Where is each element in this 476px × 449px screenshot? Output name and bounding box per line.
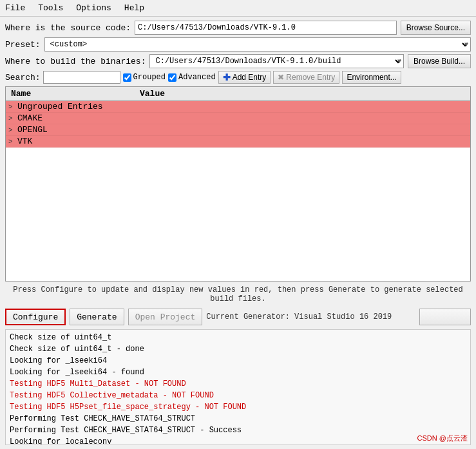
status-text: Press Configure to update and display ne… (5, 284, 471, 305)
preset-row: Preset: <custom> ▼ (5, 37, 471, 52)
browse-source-button[interactable]: Browse Source... (401, 21, 471, 35)
preset-select[interactable]: <custom> (44, 37, 471, 52)
remove-entry-button[interactable]: ✖ Remove Entry (273, 71, 339, 84)
build-select[interactable]: C:/Users/47513/Downloads/VTK-9.1.0/build (149, 54, 404, 68)
table-header: Name Value (6, 87, 470, 101)
table-row[interactable]: > CMAKE (6, 113, 470, 124)
advanced-label: Advanced (178, 73, 216, 82)
menubar: File Tools Options Help (0, 0, 476, 17)
log-line: Testing HDF5 H5Pset_file_space_strategy … (10, 401, 466, 413)
log-line: Check size of uint64_t - done (10, 343, 466, 355)
extra-button[interactable] (419, 309, 471, 325)
col-name-header: Name (8, 88, 137, 99)
advanced-checkbox-label[interactable]: Advanced (168, 73, 216, 82)
row-name: VTK (17, 137, 140, 146)
expand-icon[interactable]: > (8, 103, 17, 111)
preset-label: Preset: (5, 40, 41, 50)
build-label: Where to build the binaries: (5, 57, 146, 66)
configure-button[interactable]: Configure (5, 309, 66, 325)
remove-entry-label: Remove Entry (286, 73, 335, 82)
log-line: Performing Test CHECK_HAVE_STAT64_STRUCT… (10, 425, 466, 436)
expand-icon[interactable]: > (8, 115, 17, 122)
toolbar-row: Search: Grouped Advanced ✚ Add Entry ✖ R… (5, 71, 471, 84)
menu-options[interactable]: Options (73, 2, 114, 14)
table-row[interactable]: > VTK (6, 136, 470, 148)
build-select-wrapper: C:/Users/47513/Downloads/VTK-9.1.0/build… (149, 54, 404, 68)
search-label: Search: (5, 73, 41, 82)
source-row: Where is the source code: Browse Source.… (5, 21, 471, 35)
log-line: Looking for _lseeki64 (10, 355, 466, 367)
build-row: Where to build the binaries: C:/Users/47… (5, 54, 471, 68)
times-icon: ✖ (278, 73, 284, 82)
log-line: Looking for localeconv (10, 436, 466, 445)
generate-button[interactable]: Generate (70, 309, 124, 325)
add-entry-label: Add Entry (233, 73, 267, 82)
log-line: Looking for _lseeki64 - found (10, 367, 466, 378)
expand-icon[interactable]: > (8, 126, 17, 134)
menu-file[interactable]: File (3, 2, 28, 14)
menu-tools[interactable]: Tools (35, 2, 66, 14)
log-area: Check size of uint64_tCheck size of uint… (5, 329, 471, 445)
col-value-header: Value (137, 88, 468, 99)
row-name: OPENGL (17, 125, 140, 135)
add-entry-button[interactable]: ✚ Add Entry (218, 71, 271, 84)
expand-icon[interactable]: > (8, 138, 17, 146)
log-line: Check size of uint64_t (10, 332, 466, 343)
environment-button[interactable]: Environment... (342, 71, 401, 84)
row-name: CMAKE (17, 113, 140, 123)
log-line: Testing HDF5 Collective_metadata - NOT F… (10, 390, 466, 401)
browse-build-button[interactable]: Browse Build... (408, 54, 471, 68)
log-line: Performing Test CHECK_HAVE_STAT64_STRUCT (10, 413, 466, 425)
table-area: Name Value > Ungrouped Entries > CMAKE >… (5, 86, 471, 282)
grouped-label: Grouped (133, 73, 166, 82)
plus-icon: ✚ (223, 72, 231, 82)
grouped-checkbox[interactable] (123, 73, 131, 82)
table-row[interactable]: > OPENGL (6, 124, 470, 136)
table-row[interactable]: > Ungrouped Entries (6, 101, 470, 113)
generator-text: Current Generator: Visual Studio 16 2019 (206, 312, 392, 321)
search-input[interactable] (43, 71, 120, 84)
menu-help[interactable]: Help (122, 2, 147, 14)
row-name: Ungrouped Entries (17, 102, 140, 111)
preset-select-wrapper: <custom> ▼ (44, 37, 471, 52)
open-project-button[interactable]: Open Project (128, 309, 203, 325)
log-body: Check size of uint64_tCheck size of uint… (10, 332, 466, 445)
watermark: CSDN @点云渣 (417, 434, 468, 443)
bottom-buttons: Configure Generate Open Project Current … (5, 307, 471, 327)
main-content: Where is the source code: Browse Source.… (0, 17, 476, 449)
source-input[interactable] (135, 21, 397, 35)
log-line: Testing HDF5 Multi_Dataset - NOT FOUND (10, 378, 466, 390)
source-label: Where is the source code: (5, 23, 131, 33)
advanced-checkbox[interactable] (168, 73, 176, 82)
grouped-checkbox-label[interactable]: Grouped (123, 73, 166, 82)
table-body: > Ungrouped Entries > CMAKE > OPENGL > V… (6, 101, 470, 148)
